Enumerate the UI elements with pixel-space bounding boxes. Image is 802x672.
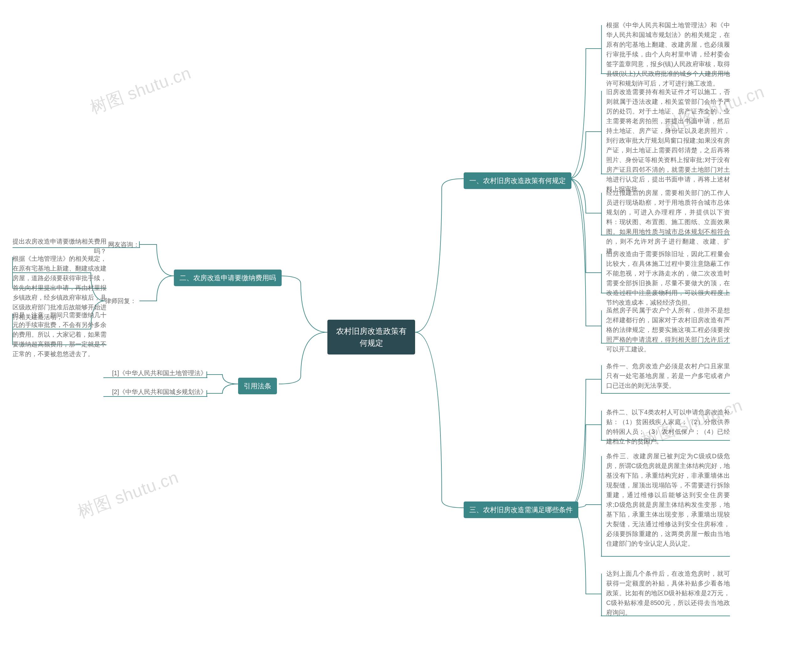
branch-2[interactable]: 二、农房改造申请要缴纳费用吗: [174, 270, 281, 286]
root-node[interactable]: 农村旧房改造政策有何规定: [327, 320, 415, 355]
leaf-b3-1: 条件二、以下4类农村人可以申请危房改造补贴：（1）贫困残疾人家庭；（2）分散供养…: [606, 408, 730, 446]
leaf-b1-1: 旧房改造需要持有相关证件才可以施工，否则就属于违法改建，相关监管部门会给予严厉的…: [606, 87, 730, 194]
leaf-b3-0: 条件一、危房改造户必须是农村户口且家里只有一处宅基地房屋，若是一户多宅或者户口已…: [606, 361, 730, 390]
branch-1[interactable]: 一、农村旧房改造政策有何规定: [464, 172, 571, 189]
leaf-b4-1: [2]《中华人民共和国城乡规划法》: [103, 387, 207, 397]
sub-text-1: 提出农房改造申请要缴纳相关费用吗？: [13, 236, 107, 256]
leaf-b1-2: 经过报建后的房屋，需要相关部门的工作人员进行现场勘察，对于用地质符合城市总体规划…: [606, 188, 730, 256]
leaf-b3-3: 达到上面几个条件后，在改造危房时，就可获得一定额度的补贴，具体补贴多少看各地政策…: [606, 569, 730, 617]
leaf-b1-0: 根据《中华人民共和国土地管理法》和《中华人民共和国城市规划法》的相关规定，在原有…: [606, 20, 730, 88]
leaf-b4-0: [1]《中华人民共和国土地管理法》: [103, 368, 207, 378]
leaf-b1-4: 虽然房子民属于农户个人所有，但并不是想怎样建都行的，国家对于农村旧房改造有严格的…: [606, 306, 730, 354]
sub-label-1: 网友咨询：: [108, 240, 139, 249]
sub-text-2b: 但是，注意，期间只需要缴纳几十元的手续审批费，不会有另外多余的费用。所以，大家记…: [13, 310, 107, 359]
branch-4[interactable]: 引用法条: [238, 378, 277, 394]
branch-3[interactable]: 三、农村旧房改造需满足哪些条件: [464, 502, 578, 518]
sub-label-2: 律师回复：: [105, 296, 136, 306]
leaf-b3-2: 条件三、改建房屋已被判定为C级或D级危房，所谓C级危房就是房屋主体结构完好，地基…: [606, 451, 730, 549]
leaf-b1-3: 旧房改造由于需要拆除旧址，因此工程量会比较大，在具体施工过程中要注意隐蔽工作不能…: [606, 249, 730, 308]
